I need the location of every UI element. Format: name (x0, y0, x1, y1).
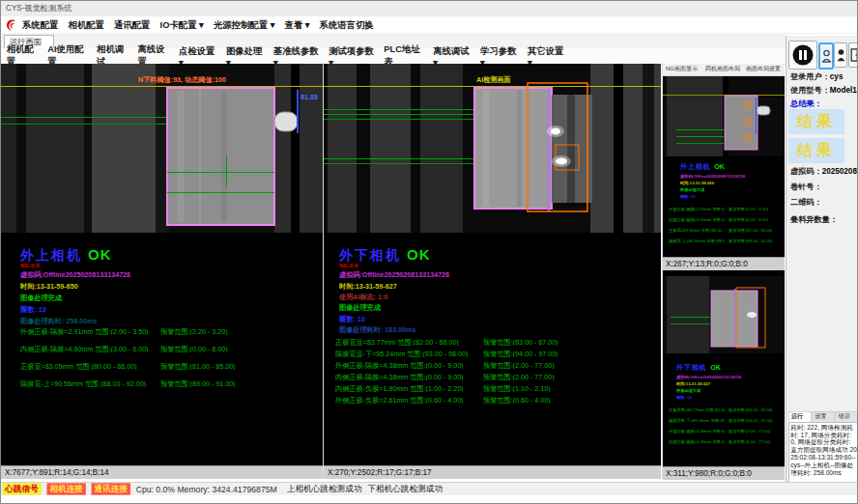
menu-item-camera-config[interactable]: 相机配置 (69, 18, 104, 31)
measurement-row: 隔膜宽-上=90.56mm 范围:(88.00 - 92.00) 预警范围:(8… (20, 379, 320, 391)
menu-item-io-config[interactable]: IO卡配置 ▾ (160, 18, 204, 31)
camera-title: 外下相机 (676, 363, 706, 371)
camera-title: 外上相机 (20, 247, 82, 263)
status-bar: 心跳信号 相机连接 通讯连接 Cpu: 0.0% Memory: 3424.41… (1, 482, 857, 495)
small-views-header: NG画面显示 四机画面布局 画面布局设置 (663, 64, 785, 76)
ai-overlay-label: AI检测画面 (476, 75, 511, 83)
menu-item-language-switch[interactable]: 系统语言切换 (320, 18, 374, 31)
virtual-code-line: 虚拟码:Offline20250208133134728 (680, 174, 745, 179)
pixel-coords-bar-center: X:270;Y:2502;R:17;G:17;B:17 (324, 465, 661, 479)
measurement-row: 外侧正极-隔膜=2.91mm 范围:(2.00 - 3.50) 预警范围:(2.… (20, 327, 320, 339)
measure-blue-line (297, 90, 299, 133)
elapsed-line: 图像处理耗时: 258.00ms (20, 317, 97, 324)
layout-option-2[interactable]: 画面布局设置 (746, 66, 781, 72)
virtual-code-label: 虚拟码： (790, 166, 822, 176)
result-box-top: 结果 (788, 109, 844, 134)
camera-title: 外上相机 (680, 162, 710, 170)
measurement-row: 正极宽=83.05mm 范围:(80.00 - 86.00) 预警范围:(81.… (20, 362, 320, 374)
status-bar-items: 心跳信号 相机连接 通讯连接 Cpu: 0.0% Memory: 3424.41… (1, 483, 617, 494)
turns-line: 圈数: 13 (680, 194, 696, 199)
camera-image-small-top[interactable] (663, 76, 785, 156)
baseline-yellow-line (324, 86, 661, 87)
tab-lug-blob (757, 106, 770, 115)
process-done-line: 图像处理完成 (20, 294, 62, 301)
measurement-row: 外侧正极-负极=2.61mm 范围:(0.60 - 4.00) 预警范围:(0.… (335, 396, 654, 406)
login-user-label: 登录用户： (790, 71, 830, 81)
result-text-small-bottom: 外下相机 OK 虚拟码:Offline20250208133134728 时间:… (663, 353, 785, 466)
edge-purple-line (734, 289, 735, 347)
menu-item-system-config[interactable]: 系统配置 (22, 18, 58, 31)
ng-counter-label: NG:0:0 (339, 263, 358, 269)
turns-line: 圈数: 13 (20, 305, 46, 313)
layout-option-1[interactable]: 四机画面布局 (705, 66, 740, 72)
process-done-line: 图像处理完成 (676, 388, 701, 393)
camera-image-left[interactable] (1, 64, 323, 233)
toolbar: 相机配置 AI使用配置 相机调试 离线设置 点检设置 ▾ 图像处理 ▾ 基准线参… (1, 48, 786, 65)
log-text: 耗时: 222, 网络检测耗时: 17, 网络分类耗时: 0, 网络提取分类耗时… (789, 423, 858, 478)
qr-code-row: 二维码： (790, 198, 822, 207)
virtual-code-value: 20250208 (822, 166, 857, 176)
result-text: 结果 (797, 112, 836, 132)
time-line: 时间:13-31-59-627 (339, 282, 397, 290)
upper-camera-heartbeat-msg: 上相机心跳检测成功 (287, 483, 362, 494)
window-title: CYS-视觉检测系统 (6, 4, 72, 13)
model-row: 使用型号：Model1 (790, 86, 857, 95)
login-user-value: cys (830, 71, 844, 81)
camera-title: 外下相机 (339, 247, 401, 263)
log-output-box[interactable]: 耗时: 222, 网络检测耗时: 17, 网络分类耗时: 0, 网络提取分类耗时… (788, 422, 858, 484)
result-text-center: 外下相机OK NG:0:0 虚拟码:Offline202502081331347… (324, 233, 661, 465)
right-panel: 登录用户：cys 使用型号：Model1 总结果： 结果 结果 虚拟码：2025… (786, 36, 858, 482)
pixel-coords-bar-small-bottom: X:311;Y:980;R:0;G:0;B:0 (663, 466, 785, 480)
measurement-row: 内侧正极-隔膜=4.60mm 范围:(3.00 - 6.00) 预警范围:(0.… (20, 345, 320, 356)
measurement-row: 内侧正极-负极=1.90mm 范围:(1.00 - 2.20) 预警范围:(1.… (335, 384, 654, 395)
menu-item-light-config[interactable]: 光源控制配置 ▾ (214, 18, 274, 31)
qr-code-label: 二维码： (790, 197, 822, 207)
camera-image-small-bottom[interactable] (663, 276, 785, 353)
pixel-coords-text: X:267;Y:13;R:0;G:0;B:0 (666, 260, 748, 268)
app-window: CYS-视觉检测系统 系统配置 相机配置 通讯配置 IO卡配置 ▾ 光源控制配置… (0, 0, 858, 504)
tab-lug-blob (274, 112, 298, 131)
status-ok-label: OK (714, 162, 725, 170)
lower-camera-heartbeat-msg: 下相机心跳检测成功 (367, 483, 443, 494)
pixel-coords-bar-small-top: X:267;Y:13;R:0;G:0;B:0 (663, 257, 785, 270)
menu-item-view[interactable]: 查看 ▾ (284, 18, 309, 31)
time-line: 时间:13-31-59-650 (20, 282, 78, 290)
measurement-row: 内侧正极-隔膜=4.38mm 范围:(0.00 - 9.00) 预警范围:(2.… (335, 373, 654, 383)
camera-title-row: 外上相机 OK (680, 162, 725, 170)
result-text-small-top: 外上相机 OK 虚拟码:Offline20250208133134728 时间:… (663, 156, 785, 257)
edge-purple-line (548, 88, 550, 211)
weld-sparks (747, 312, 757, 318)
measure-value-label: 81.88 (300, 93, 318, 100)
measurement-row: 隔膜宽度-下=95.24mm 范围:(93.00 - 98.00) 预警范围:(… (335, 350, 654, 360)
time-line: 时间:13-31-59-627 (676, 381, 710, 386)
app-logo-icon (5, 18, 18, 32)
view-divider (662, 64, 663, 479)
small-views-column: NG画面显示 四机画面布局 画面布局设置 外上相机 OK 虚拟码:Of (663, 64, 785, 479)
exit-door-icon (850, 48, 858, 62)
threshold-overlay-label: N下料阈值:93, 动态阈值:100 (138, 75, 226, 83)
status-ok-label: OK (88, 246, 112, 263)
user-login-button[interactable] (818, 42, 834, 70)
measure-blue-line (756, 98, 757, 134)
menu-items: 系统配置 相机配置 通讯配置 IO卡配置 ▾ 光源控制配置 ▾ 查看 ▾ 系统语… (22, 18, 623, 31)
process-done-line: 图像处理完成 (339, 303, 381, 311)
elapsed-line: 图像处理耗时: 183.00ms (339, 325, 415, 333)
pin-number-label: 卷针号： (790, 182, 822, 191)
menu-item-comm-config[interactable]: 通讯配置 (114, 18, 150, 31)
electrode-region (167, 88, 274, 225)
pause-button[interactable] (788, 41, 817, 70)
ng-display-option[interactable]: NG画面显示 (666, 66, 698, 72)
view-divider (323, 64, 324, 479)
abnormal-count-label: 叠料异数量： (790, 214, 838, 224)
camera-view-center: AI检测画面 外下相机OK NG:0:0 虚拟码:Offline20250208… (324, 64, 661, 465)
status-ok-label: OK (710, 363, 721, 371)
menu-bar: 系统配置 相机配置 通讯配置 IO卡配置 ▾ 光源控制配置 ▾ 查看 ▾ 系统语… (1, 16, 857, 34)
exit-button[interactable] (848, 42, 858, 68)
login-user-row: 登录用户：cys (790, 72, 843, 81)
pixel-coords-bar-left: X:7677;Y:891;R:14;G:14;B:14 (1, 465, 323, 479)
result-text: 结果 (797, 141, 836, 161)
camera-image-center[interactable] (324, 64, 661, 233)
total-result-label: 总结果： (790, 99, 822, 108)
turns-line: 圈数: 13 (676, 395, 692, 400)
user-manage-button[interactable] (834, 42, 847, 68)
